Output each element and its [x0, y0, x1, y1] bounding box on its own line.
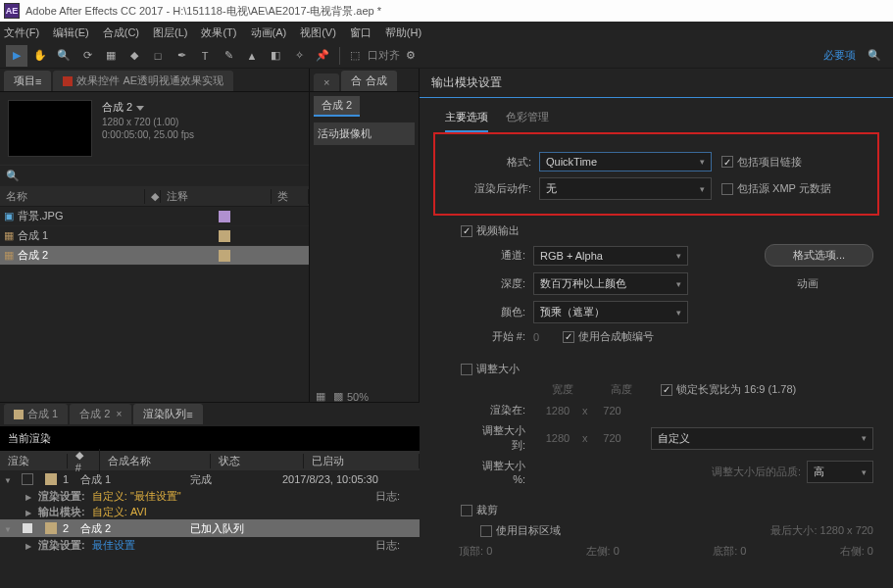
render-checkbox[interactable] [22, 473, 33, 485]
anchor-tool-icon[interactable]: ◆ [124, 45, 145, 67]
project-tab[interactable]: 项目 ≡ [4, 71, 51, 91]
post-render-dropdown[interactable]: 无▾ [539, 177, 712, 200]
snap-icon[interactable]: ⬚ [344, 45, 366, 67]
menu-layer[interactable]: 图层(L) [153, 25, 187, 40]
render-settings-link[interactable]: 最佳设置 [92, 538, 135, 553]
puppet-tool-icon[interactable]: 📌 [312, 45, 333, 67]
column-type[interactable]: 类 [272, 189, 309, 204]
label-swatch[interactable] [219, 211, 230, 222]
timeline-tab-comp2[interactable]: 合成 2× [70, 404, 131, 424]
resize-quality-dropdown: 高▾ [807, 461, 873, 483]
project-item[interactable]: ▦ 合成 1 [0, 226, 309, 246]
rq-started: 2017/8/23, 10:05:30 [282, 473, 378, 485]
include-project-link-checkbox[interactable]: 包括项目链接 [721, 155, 802, 170]
text-tool-icon[interactable]: T [194, 45, 216, 67]
comp-breadcrumb[interactable]: 合成 2 [314, 96, 360, 117]
output-module-link[interactable]: 自定义: AVI [92, 505, 147, 519]
zoom-tool-icon[interactable]: 🔍 [53, 45, 74, 67]
menu-animation[interactable]: 动画(A) [251, 25, 287, 40]
video-output-checkbox[interactable]: 视频输出 [461, 223, 520, 238]
rotate-tool-icon[interactable]: ⟳ [76, 45, 98, 67]
workspace-label[interactable]: 必要项 [823, 48, 856, 63]
camera-tool-icon[interactable]: ▦ [100, 45, 122, 67]
expand-toggle-icon[interactable] [4, 473, 12, 485]
project-item[interactable]: ▦ 合成 2 [0, 246, 309, 266]
label-swatch[interactable] [45, 522, 57, 534]
menu-composition[interactable]: 合成(C) [103, 25, 139, 40]
crop-right: 0 [868, 545, 873, 557]
eraser-tool-icon[interactable]: ◧ [265, 45, 286, 67]
channel-dropdown[interactable]: RGB + Alpha▾ [533, 246, 688, 266]
brush-tool-icon[interactable]: ✎ [218, 45, 239, 67]
expand-toggle-icon[interactable] [25, 539, 31, 551]
start-number-field[interactable]: 0 [533, 331, 539, 343]
rq-col-status[interactable]: 状态 [211, 454, 304, 468]
format-dropdown[interactable]: QuickTime▾ [539, 152, 712, 172]
column-label[interactable]: ◆ [145, 190, 161, 203]
comp-tab-close[interactable]: × [314, 74, 339, 91]
chevron-down-icon[interactable] [136, 106, 144, 111]
log-label: 日志: [375, 539, 400, 551]
comp-thumbnail [8, 100, 92, 157]
depth-dropdown[interactable]: 数百万种以上颜色▾ [533, 272, 688, 295]
dialog-tab-main[interactable]: 主要选项 [445, 110, 488, 132]
snap-opt-icon[interactable]: ⚙ [400, 45, 422, 67]
search-icon[interactable]: 🔍 [6, 170, 20, 182]
search-icon[interactable]: 🔍 [864, 45, 885, 67]
pen-tool-icon[interactable]: ✒ [171, 45, 192, 67]
expand-toggle-icon[interactable] [25, 506, 31, 517]
rq-col-started[interactable]: 已启动 [304, 454, 420, 468]
highlight-annotation: 格式: QuickTime▾ 包括项目链接 渲染后动作: 无▾ 包括源 XMP … [433, 132, 879, 216]
render-queue-panel: 合成 1 合成 2× 渲染队列 ≡ 当前渲染 渲染 ◆ # 合成名称 状态 已启… [0, 402, 420, 588]
crop-top-label: 顶部: [459, 545, 483, 557]
roto-tool-icon[interactable]: ✧ [288, 45, 310, 67]
active-camera-label[interactable]: 活动摄像机 [314, 122, 415, 145]
column-name[interactable]: 名称 [0, 189, 145, 204]
use-comp-frame-checkbox[interactable]: 使用合成帧编号 [563, 329, 654, 344]
project-item[interactable]: ▣ 背景.JPG [0, 207, 309, 226]
item-name: 合成 2 [18, 248, 48, 263]
render-queue-tab[interactable]: 渲染队列 ≡ [133, 404, 202, 424]
zoom-level[interactable]: 50% [347, 391, 369, 403]
crop-left-label: 左侧: [586, 545, 611, 557]
render-queue-item[interactable]: 1 合成 1 完成 2017/8/23, 10:05:30 [0, 470, 420, 488]
dialog-tab-color[interactable]: 色彩管理 [506, 110, 549, 132]
crop-bottom: 0 [740, 545, 746, 557]
menu-window[interactable]: 窗口 [350, 25, 372, 40]
selection-tool-icon[interactable]: ▶ [6, 45, 27, 67]
menu-view[interactable]: 视图(V) [300, 25, 336, 40]
hand-tool-icon[interactable]: ✋ [29, 45, 51, 67]
label-swatch[interactable] [45, 473, 57, 485]
snap-label[interactable]: 口对齐 [368, 48, 400, 63]
column-comment[interactable]: 注释 [161, 189, 272, 204]
format-options-button[interactable]: 格式选项... [765, 244, 873, 267]
menu-help[interactable]: 帮助(H) [385, 25, 422, 40]
stamp-tool-icon[interactable]: ▲ [241, 45, 263, 67]
render-settings-link[interactable]: 自定义: "最佳设置" [92, 489, 181, 504]
expand-toggle-icon[interactable] [25, 490, 31, 502]
current-render-header: 当前渲染 [0, 426, 420, 451]
rq-col-name[interactable]: 合成名称 [100, 454, 212, 468]
render-settings-label: 渲染设置: [38, 489, 85, 504]
render-queue-item[interactable]: 2 合成 2 已加入队列 [0, 519, 420, 537]
menu-file[interactable]: 文件(F) [4, 25, 39, 40]
timeline-tab-comp1[interactable]: 合成 1 [4, 404, 68, 424]
label-swatch[interactable] [219, 230, 230, 242]
menu-edit[interactable]: 编辑(E) [53, 25, 89, 40]
start-hash-label: 开始 #: [471, 329, 525, 344]
dialog-title: 输出模块设置 [420, 69, 893, 98]
include-xmp-checkbox[interactable]: 包括源 XMP 元数据 [721, 181, 831, 196]
rq-col-render[interactable]: 渲染 [0, 454, 68, 468]
crop-checkbox[interactable]: 裁剪 [461, 503, 498, 517]
expand-toggle-icon[interactable] [4, 522, 12, 534]
label-swatch[interactable] [219, 250, 230, 262]
effect-controls-tab[interactable]: 效果控件 AE透明视通效果实现 [53, 71, 233, 91]
render-checkbox[interactable] [22, 522, 33, 534]
menu-effect[interactable]: 效果(T) [201, 25, 236, 40]
color-dropdown[interactable]: 预乘（遮罩）▾ [533, 301, 688, 323]
resize-checkbox[interactable]: 调整大小 [461, 362, 520, 376]
comp-viewer-tab[interactable]: 合 合成 [341, 71, 396, 91]
resize-quality-label: 调整大小后的品质: [712, 465, 801, 479]
shape-tool-icon[interactable]: □ [147, 45, 169, 67]
project-search-input[interactable] [24, 171, 82, 182]
